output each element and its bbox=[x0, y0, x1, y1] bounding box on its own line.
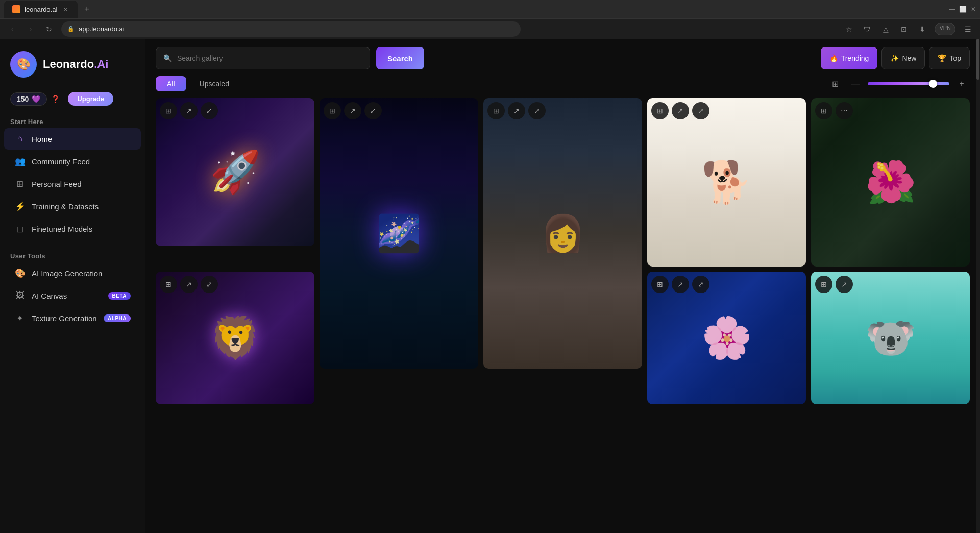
credits-amount: 150 bbox=[17, 95, 29, 103]
zoom-slider[interactable] bbox=[868, 82, 949, 85]
download-icon[interactable]: ⬇ bbox=[916, 23, 928, 35]
item-overlay-3: ⊞ ↗ ⤢ bbox=[487, 102, 638, 119]
item-grid-btn-6[interactable]: ⊞ bbox=[160, 276, 177, 293]
community-feed-icon: 👥 bbox=[14, 156, 26, 167]
triangle-icon[interactable]: △ bbox=[879, 23, 892, 35]
scroll-thumb[interactable] bbox=[976, 39, 979, 80]
sidebar-item-community-feed[interactable]: 👥 Community Feed bbox=[4, 151, 141, 172]
sidebar-item-finetuned[interactable]: ◻ Finetuned Models bbox=[4, 218, 141, 239]
gallery-item-6[interactable]: 🦁 ⊞ ↗ ⤢ bbox=[156, 272, 314, 404]
tab-close-button[interactable]: ✕ bbox=[61, 5, 69, 13]
item-share-btn-1[interactable]: ↗ bbox=[180, 102, 198, 119]
grid-view-button[interactable]: ⊞ bbox=[827, 76, 843, 92]
search-button[interactable]: Search bbox=[376, 47, 424, 69]
item-grid-btn-1[interactable]: ⊞ bbox=[160, 102, 177, 119]
filter-upscaled-tab[interactable]: Upscaled bbox=[188, 76, 240, 91]
training-icon: ⚡ bbox=[14, 201, 26, 212]
user-tools-label: User Tools bbox=[0, 248, 145, 262]
alpha-badge: ALPHA bbox=[104, 314, 131, 322]
item-expand-btn-3[interactable]: ⤢ bbox=[528, 102, 546, 119]
item-share-btn-3[interactable]: ↗ bbox=[508, 102, 525, 119]
slider-track[interactable] bbox=[868, 82, 949, 85]
new-tab-button[interactable]: + bbox=[80, 2, 94, 16]
item-expand-btn-1[interactable]: ⤢ bbox=[201, 102, 218, 119]
close-window-button[interactable]: ✕ bbox=[971, 6, 976, 13]
item-expand-btn-6[interactable]: ⤢ bbox=[201, 276, 218, 293]
new-label: New bbox=[902, 54, 916, 62]
finetuned-icon: ◻ bbox=[14, 223, 26, 234]
item-share-btn-9[interactable]: ↗ bbox=[672, 276, 689, 293]
item-expand-btn-4[interactable]: ⤢ bbox=[692, 102, 709, 119]
menu-icon[interactable]: ☰ bbox=[962, 23, 974, 35]
app-body: 🎨 Leonardo.Ai 150 💜 ❓ Upgrade Start Here… bbox=[0, 39, 980, 533]
upgrade-button[interactable]: Upgrade bbox=[68, 92, 113, 106]
shield-icon[interactable]: 🛡 bbox=[861, 23, 873, 35]
restore-window-button[interactable]: ⬜ bbox=[959, 6, 967, 13]
credits-badge: 150 💜 bbox=[10, 92, 47, 106]
item-grid-btn-3[interactable]: ⊞ bbox=[487, 102, 505, 119]
sidebar-item-home-label: Home bbox=[32, 135, 52, 143]
item-grid-btn-4[interactable]: ⊞ bbox=[651, 102, 669, 119]
item-overlay-2: ⊞ ↗ ⤢ bbox=[324, 102, 474, 119]
item-expand-btn-2[interactable]: ⤢ bbox=[364, 102, 382, 119]
item-share-btn-4[interactable]: ↗ bbox=[672, 102, 689, 119]
sort-trending-button[interactable]: 🔥 Trending bbox=[821, 47, 878, 69]
gallery-item-2[interactable]: 🌌 ⊞ ↗ ⤢ bbox=[320, 98, 478, 369]
minimize-window-button[interactable]: — bbox=[949, 6, 955, 13]
forward-button[interactable]: › bbox=[24, 23, 37, 35]
url-bar[interactable]: 🔒 app.leonardo.ai bbox=[61, 21, 521, 37]
active-tab[interactable]: leonardo.ai ✕ bbox=[4, 1, 78, 18]
item-share-btn-10[interactable]: ↗ bbox=[836, 276, 853, 293]
gallery-item-4[interactable]: 🐕 ⊞ ↗ ⤢ bbox=[647, 98, 806, 266]
item-overlay-5: ⊞ ⋯ bbox=[815, 102, 966, 119]
gallery-item-9[interactable]: 🌸 ⊞ ↗ ⤢ bbox=[647, 272, 806, 404]
gallery-item-1[interactable]: 🚀 ⊞ ↗ ⤢ bbox=[156, 98, 314, 246]
ai-image-gen-icon: 🎨 bbox=[14, 268, 26, 279]
search-input[interactable] bbox=[177, 54, 362, 62]
item-overlay-9: ⊞ ↗ ⤢ bbox=[651, 276, 802, 293]
tab-title: leonardo.ai bbox=[24, 6, 57, 13]
sort-top-button[interactable]: 🏆 Top bbox=[929, 47, 970, 69]
zoom-in-button[interactable]: + bbox=[953, 76, 970, 92]
item-share-btn-2[interactable]: ↗ bbox=[344, 102, 361, 119]
item-expand-btn-9[interactable]: ⤢ bbox=[692, 276, 709, 293]
zoom-out-button[interactable]: — bbox=[847, 76, 864, 92]
logo-dot: .Ai bbox=[94, 58, 108, 70]
slider-thumb[interactable] bbox=[929, 80, 937, 88]
sort-new-button[interactable]: ✨ New bbox=[881, 47, 925, 69]
gallery-item-10[interactable]: 🐨 ⊞ ↗ bbox=[811, 272, 970, 404]
top-label: Top bbox=[949, 54, 961, 62]
sidebar-item-ai-image-gen[interactable]: 🎨 AI Image Generation bbox=[4, 262, 141, 284]
item-grid-btn-10[interactable]: ⊞ bbox=[815, 276, 832, 293]
back-button[interactable]: ‹ bbox=[6, 23, 18, 35]
sidebar-item-texture-gen[interactable]: ✦ Texture Generation ALPHA bbox=[4, 307, 141, 329]
help-icon[interactable]: ❓ bbox=[51, 95, 60, 103]
gallery-item-3[interactable]: 👩 ⊞ ↗ ⤢ bbox=[483, 98, 642, 369]
item-grid-btn-2[interactable]: ⊞ bbox=[324, 102, 341, 119]
filter-all-tab[interactable]: All bbox=[156, 76, 186, 91]
item-share-btn-6[interactable]: ↗ bbox=[180, 276, 198, 293]
texture-gen-icon: ✦ bbox=[14, 312, 26, 324]
sidebar-item-home[interactable]: ⌂ Home bbox=[4, 128, 141, 150]
fire-icon: 🔥 bbox=[829, 54, 838, 62]
credits-icon: 💜 bbox=[32, 95, 40, 103]
sidebar-item-training-label: Training & Datasets bbox=[32, 202, 99, 211]
sidebar-toggle-icon[interactable]: ⊡ bbox=[898, 23, 910, 35]
filter-tabs: All Upscaled bbox=[156, 76, 240, 91]
search-bar-container: 🔍 bbox=[156, 47, 370, 69]
bookmark-icon[interactable]: ☆ bbox=[843, 23, 855, 35]
main-content: 🔍 Search 🔥 Trending ✨ New 🏆 Top bbox=[145, 39, 980, 533]
vpn-badge[interactable]: VPN bbox=[935, 23, 955, 35]
refresh-button[interactable]: ↻ bbox=[43, 23, 55, 35]
item-grid-btn-5[interactable]: ⊞ bbox=[815, 102, 832, 119]
trending-label: Trending bbox=[841, 54, 869, 62]
sidebar-item-personal-feed[interactable]: ⊞ Personal Feed bbox=[4, 173, 141, 195]
start-here-label: Start Here bbox=[0, 114, 145, 128]
sidebar-item-training[interactable]: ⚡ Training & Datasets bbox=[4, 196, 141, 217]
gallery-item-5[interactable]: 🌺 ⊞ ⋯ bbox=[811, 98, 970, 266]
item-share-btn-5[interactable]: ⋯ bbox=[836, 102, 853, 119]
browser-toolbar: ☆ 🛡 △ ⊡ ⬇ VPN ☰ bbox=[843, 23, 974, 35]
item-grid-btn-9[interactable]: ⊞ bbox=[651, 276, 669, 293]
sidebar-item-ai-canvas[interactable]: 🖼 AI Canvas BETA bbox=[4, 285, 141, 306]
sidebar-item-personal-label: Personal Feed bbox=[32, 180, 82, 188]
